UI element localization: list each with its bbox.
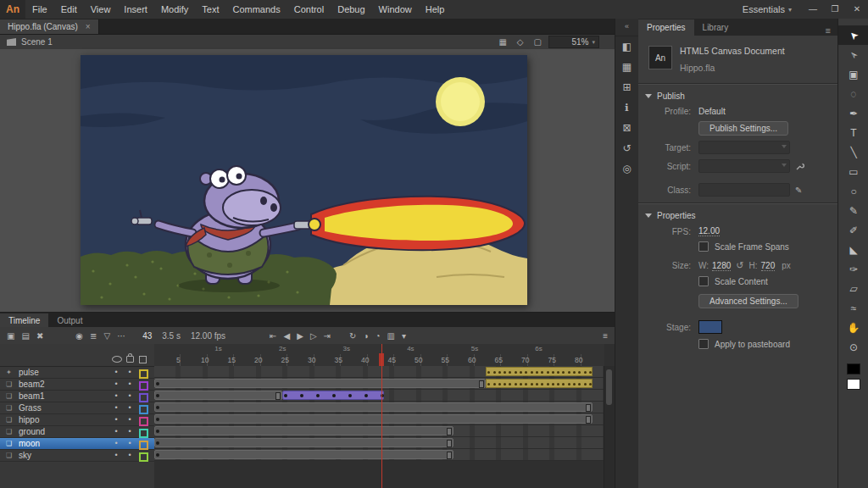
span-pulse[interactable] (486, 367, 593, 376)
menu-edit[interactable]: Edit (54, 0, 84, 19)
layer-visibility-dot[interactable]: • (112, 379, 120, 390)
timeline-scrollbar[interactable] (604, 366, 615, 488)
fill-color-swatch[interactable] (847, 379, 860, 390)
menu-text[interactable]: Text (195, 0, 225, 19)
text-tool[interactable]: T (838, 123, 868, 142)
span-grass[interactable] (154, 402, 593, 412)
frame-rate[interactable]: 12.00 fps (191, 331, 225, 341)
zoom-tool[interactable]: ⊙ (838, 337, 868, 357)
eraser-tool[interactable]: ▱ (838, 279, 868, 298)
advanced-settings-button[interactable]: Advanced Settings... (698, 294, 798, 308)
layer-lock-dot[interactable]: • (125, 402, 134, 413)
loop-icon[interactable]: ↻ (346, 331, 359, 341)
stage-color-swatch[interactable] (698, 320, 722, 334)
layer-visibility-dot[interactable]: • (112, 438, 120, 449)
layer-parenting-icon[interactable]: ≣ (86, 331, 100, 341)
layer-visibility-dot[interactable]: • (112, 414, 120, 425)
span-sky[interactable] (154, 450, 453, 459)
menu-view[interactable]: View (84, 0, 118, 19)
tab-timeline[interactable]: Timeline (0, 313, 48, 327)
restore-button[interactable]: ❐ (824, 0, 846, 19)
pencil-tool[interactable]: ✎ (838, 201, 868, 220)
filter-layers-icon[interactable]: ▽ (100, 331, 114, 341)
frames-grass[interactable] (154, 402, 604, 413)
menu-modify[interactable]: Modify (154, 0, 195, 19)
frames-beam1[interactable] (154, 390, 604, 402)
current-frame[interactable]: 43 (142, 331, 152, 341)
scale-content-checkbox[interactable] (698, 276, 709, 286)
paint-bucket-tool[interactable]: ◣ (838, 240, 868, 259)
menu-window[interactable]: Window (372, 0, 419, 19)
layer-outline-swatch[interactable] (139, 417, 148, 426)
link-dimensions-icon[interactable]: ↺ (736, 260, 743, 271)
frames-ground[interactable] (154, 425, 604, 437)
edit-class-icon[interactable]: ✎ (795, 186, 802, 195)
span-hippo[interactable] (154, 414, 593, 424)
menu-control[interactable]: Control (287, 0, 331, 19)
modify-markers-icon[interactable]: ▾ (398, 331, 409, 341)
edit-symbols-icon[interactable]: ◇ (515, 37, 526, 47)
visibility-column-icon[interactable] (112, 356, 122, 363)
width-tool[interactable]: ≈ (838, 298, 868, 318)
new-folder-icon[interactable]: ▤ (18, 331, 32, 341)
layer-visibility-dot[interactable]: • (112, 426, 120, 437)
layer-lock-dot[interactable]: • (125, 379, 134, 390)
app-logo[interactable]: An (0, 0, 25, 19)
stage-height-value[interactable]: 720 (761, 261, 776, 271)
fps-value[interactable]: 12.00 (698, 226, 720, 236)
layer-lock-dot[interactable]: • (125, 450, 134, 461)
script-settings-icon[interactable] (795, 162, 804, 171)
layer-hippo[interactable]: ❏hippo•• (0, 414, 154, 426)
span-ground[interactable] (154, 426, 453, 435)
close-button[interactable]: ✕ (846, 0, 868, 19)
publish-settings-button[interactable]: Publish Settings... (698, 121, 788, 136)
new-layer-icon[interactable]: ▣ (3, 331, 18, 341)
onion-skin-icon[interactable]: ◑ (359, 331, 371, 341)
layer-visibility-dot[interactable]: • (112, 391, 120, 402)
selection-tool[interactable]: ➤ (838, 25, 868, 45)
frame-view-icon[interactable]: ⋯ (114, 331, 129, 341)
components-panel-icon[interactable]: ◎ (615, 158, 638, 179)
eyedropper-tool[interactable]: ✑ (838, 259, 868, 279)
menu-file[interactable]: File (25, 0, 54, 19)
layer-lock-dot[interactable]: • (125, 414, 134, 425)
frames-hippo[interactable] (154, 413, 604, 425)
apply-pasteboard-checkbox[interactable] (698, 339, 709, 349)
span-beam1[interactable] (154, 391, 282, 400)
layer-lock-dot[interactable]: • (125, 391, 134, 402)
transform-panel-icon[interactable]: ⊠ (615, 118, 638, 138)
tab-library[interactable]: Library (694, 19, 737, 36)
stage-canvas[interactable] (81, 55, 527, 305)
menu-insert[interactable]: Insert (117, 0, 154, 19)
step-forward-icon[interactable]: ▷ (307, 331, 320, 341)
minimize-button[interactable]: — (802, 0, 824, 19)
rectangle-tool[interactable]: ▭ (838, 162, 868, 181)
frames-area[interactable]: 1s2s3s4s5s6s 510152025303540455055606570… (154, 344, 604, 488)
step-back-icon[interactable]: ◀ (280, 331, 293, 341)
layer-moon[interactable]: ❏moon•• (0, 438, 154, 450)
pen-tool[interactable]: ✒ (838, 103, 868, 123)
tab-output[interactable]: Output (48, 313, 91, 327)
layer-outline-swatch[interactable] (139, 381, 148, 391)
panel-menu-icon[interactable]: ≡ (819, 25, 837, 36)
oval-tool[interactable]: ○ (838, 181, 868, 201)
color-panel-icon[interactable]: ◧ (615, 36, 638, 57)
subselection-tool[interactable]: ➢ (838, 45, 868, 64)
stage-width-value[interactable]: 1280 (712, 261, 731, 271)
layer-ground[interactable]: ❏ground•• (0, 426, 154, 438)
layer-outline-swatch[interactable] (139, 393, 148, 402)
layer-outline-swatch[interactable] (139, 429, 148, 438)
info-panel-icon[interactable]: ℹ (615, 97, 638, 118)
history-panel-icon[interactable]: ↺ (615, 138, 638, 158)
edit-multiple-frames-icon[interactable]: ▥ (383, 331, 398, 341)
layer-lock-dot[interactable]: • (125, 367, 134, 378)
lock-column-icon[interactable] (126, 356, 134, 363)
layer-lock-dot[interactable]: • (125, 426, 134, 437)
layer-lock-dot[interactable]: • (125, 438, 134, 449)
frames-pulse[interactable] (154, 366, 604, 378)
document-tab[interactable]: Hippo.fla (Canvas) × (0, 19, 99, 34)
properties-section-header[interactable]: Properties (638, 208, 837, 224)
stroke-color-swatch[interactable] (847, 363, 860, 374)
lasso-tool[interactable]: ◌ (838, 84, 868, 103)
play-icon[interactable]: ▶ (293, 331, 307, 341)
